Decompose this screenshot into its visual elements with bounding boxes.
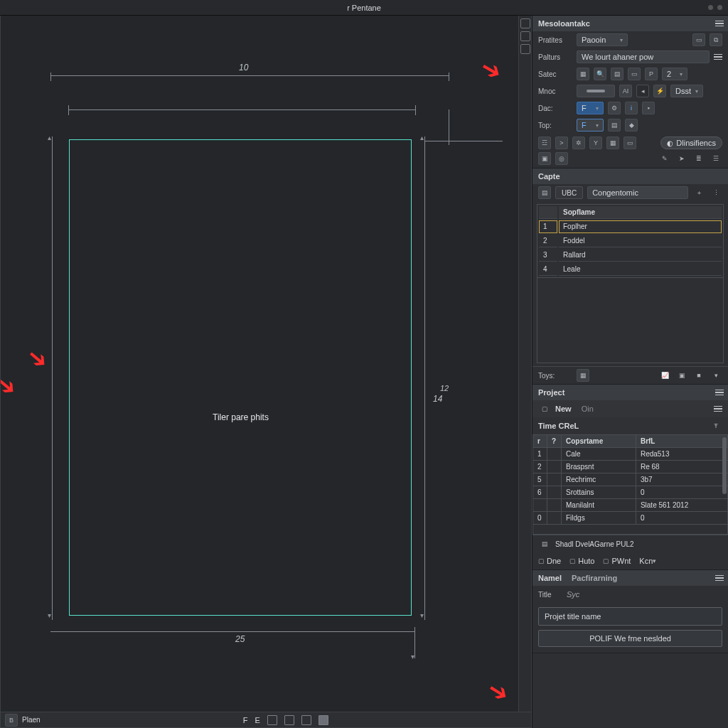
photo-icon[interactable]: ▣ — [538, 152, 551, 165]
doc-icon[interactable]: ▤ — [538, 186, 551, 199]
dst-select[interactable]: Dsst▾ — [670, 85, 703, 97]
more-icon[interactable]: ⋮ — [710, 186, 722, 199]
search-icon[interactable]: 🔍 — [594, 68, 606, 80]
panel-menu-icon[interactable] — [714, 406, 722, 412]
status-icon[interactable] — [284, 715, 294, 725]
letter-icon[interactable]: P — [645, 68, 658, 80]
toolstrip-btn[interactable] — [520, 18, 530, 28]
status-icon[interactable] — [301, 715, 311, 725]
dac-select[interactable]: F▾ — [577, 102, 604, 114]
col-flag[interactable]: ? — [547, 435, 562, 448]
canvas[interactable]: 10 ▴ ▾ ▴ ▾ 14 12 — [1, 16, 531, 712]
table-row[interactable]: 2BraspsntRe 68 — [533, 461, 728, 473]
chart-icon[interactable]: 📈 — [658, 369, 671, 382]
oin-button[interactable]: Oin — [582, 405, 594, 413]
table-row[interactable]: 1CaleReda513 — [533, 448, 728, 461]
table-row[interactable]: 2Foddel — [539, 235, 722, 247]
patterns-input[interactable]: We lourt ahaner pow — [577, 50, 710, 63]
square-icon[interactable]: ▭ — [692, 33, 705, 46]
submit-button[interactable]: POLIF We frne neslded — [538, 630, 722, 647]
panel-title: Capte — [538, 172, 560, 181]
top-select[interactable]: F▾ — [577, 119, 604, 132]
status-btn-a[interactable]: B — [5, 714, 18, 727]
dim-bottom-line — [50, 631, 414, 632]
panel-capte-header[interactable]: Capte — [532, 168, 728, 184]
col-b[interactable]: BrfL — [636, 435, 727, 448]
status-icon[interactable] — [267, 715, 277, 725]
table-row[interactable]: 6Srottains0 — [533, 486, 728, 499]
plus-icon[interactable]: ＋ — [692, 186, 705, 199]
row-name: Leale — [559, 263, 722, 276]
toolstrip-btn[interactable] — [520, 44, 530, 54]
col-a[interactable]: Copsrtame — [562, 435, 636, 448]
arrow-left-icon[interactable]: ◂ — [636, 85, 649, 97]
gear-icon[interactable]: ⚙ — [608, 102, 621, 114]
link-icon[interactable]: ⧉ — [710, 33, 722, 46]
tab-positioning[interactable]: Pacfirarning — [572, 574, 617, 582]
doc-icon[interactable]: ▢ — [538, 402, 551, 415]
pad-icon[interactable]: ◎ — [555, 152, 568, 165]
gear-icon[interactable]: ✲ — [572, 136, 585, 149]
options-icon[interactable] — [714, 54, 722, 60]
info-icon[interactable]: i — [625, 102, 638, 114]
panel-properties-header[interactable]: Mesoloantakc — [532, 16, 728, 31]
table-row[interactable]: 5Rechrimc3b7 — [533, 473, 728, 486]
pencil-icon[interactable]: ✎ — [658, 152, 671, 165]
ai-button[interactable]: AI — [619, 85, 632, 97]
slider-input[interactable] — [577, 85, 615, 97]
table-row[interactable]: 3Rallard — [539, 249, 722, 262]
ubc-button[interactable]: UBC — [555, 186, 583, 199]
panel-menu-icon[interactable] — [715, 21, 724, 27]
filter-icon[interactable]: Ŧ — [710, 419, 722, 432]
card-icon[interactable]: ▭ — [623, 136, 636, 149]
footer-btn[interactable]: ▢ Huto — [569, 555, 594, 567]
btn-label: Kcn — [639, 557, 653, 565]
square-icon[interactable]: ■ — [692, 369, 705, 382]
scrollbar-thumb[interactable] — [722, 437, 727, 494]
pointer-icon[interactable]: ➤ — [675, 152, 688, 165]
code-icon[interactable]: > — [555, 136, 568, 149]
new-button[interactable]: New — [555, 405, 572, 413]
cell — [547, 448, 562, 461]
table-icon[interactable]: ▦ — [606, 136, 619, 149]
status-icon[interactable]: E — [255, 716, 259, 724]
box-icon[interactable]: ▣ — [675, 369, 688, 382]
page-icon[interactable]: ▤ — [611, 68, 623, 80]
footer-btn[interactable]: ▢ Dne — [538, 555, 561, 567]
table-row[interactable] — [533, 525, 728, 535]
page-icon[interactable]: ▤ — [608, 119, 621, 132]
diamond-icon[interactable]: ◆ — [625, 119, 638, 132]
table-row[interactable]: 1Foplher — [539, 220, 722, 233]
doc-icon[interactable]: ▤ — [538, 537, 551, 550]
bolt-icon[interactable]: ⚡ — [653, 85, 666, 97]
status-icon[interactable] — [318, 715, 328, 725]
window-controls[interactable] — [708, 5, 722, 10]
preset-select[interactable]: Paooin▾ — [577, 33, 628, 46]
list-icon[interactable]: ≣ — [692, 152, 705, 165]
grid-icon[interactable]: ▦ — [577, 369, 589, 382]
sheet-rect[interactable] — [69, 139, 412, 616]
card-icon[interactable]: ▭ — [628, 68, 641, 80]
tab-name[interactable]: Namel — [538, 574, 562, 582]
funnel-icon[interactable]: Y — [589, 136, 602, 149]
table-row[interactable]: 0Fildgs0 — [533, 512, 728, 525]
chevron-down-icon[interactable]: ▾ — [710, 369, 722, 382]
col-hash[interactable]: r — [533, 435, 547, 448]
effects-button[interactable]: ◐ Dlinsifiencs — [660, 136, 722, 149]
layers-icon[interactable]: ☲ — [538, 136, 551, 149]
table-row[interactable]: 4Leale — [539, 263, 722, 276]
footer-btn[interactable]: ▢ PWnt — [603, 555, 631, 567]
panel-project-header[interactable]: Project — [532, 385, 728, 400]
project-title-input[interactable]: Projet title name — [538, 607, 722, 626]
footer-btn[interactable]: Kcn ▾ — [639, 555, 656, 567]
count-select[interactable]: 2▾ — [662, 68, 687, 80]
panel-menu-icon[interactable] — [715, 575, 724, 582]
status-icon[interactable]: F — [243, 716, 248, 724]
table-row[interactable]: ManilalntSlate 561 2012 — [533, 499, 728, 512]
chip-icon[interactable]: ▪ — [642, 102, 655, 114]
menu-icon[interactable]: ☰ — [710, 152, 722, 165]
panel-menu-icon[interactable] — [715, 390, 724, 396]
capte-select[interactable]: Congentomic — [587, 186, 688, 199]
toolstrip-btn[interactable] — [520, 31, 530, 41]
grid-icon[interactable]: ▦ — [577, 68, 589, 80]
